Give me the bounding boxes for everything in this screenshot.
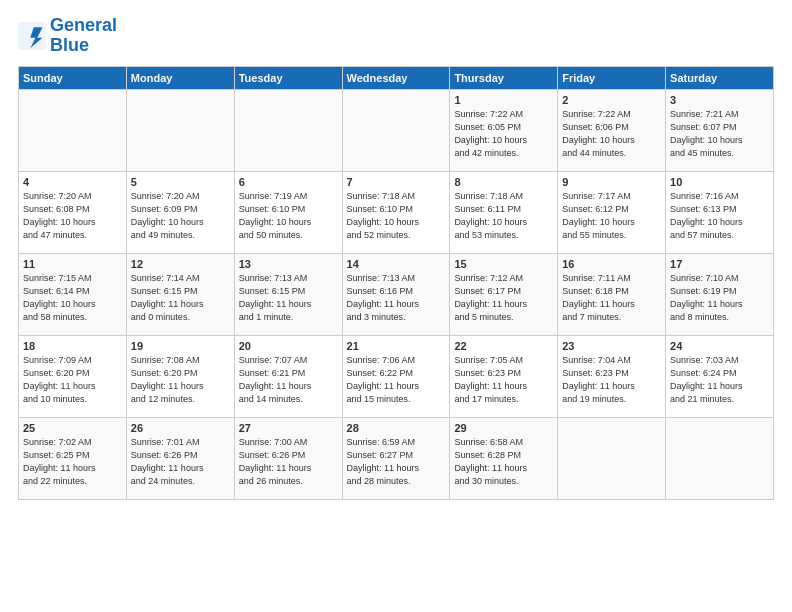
calendar-week-row: 11Sunrise: 7:15 AM Sunset: 6:14 PM Dayli… bbox=[19, 253, 774, 335]
calendar-cell: 4Sunrise: 7:20 AM Sunset: 6:08 PM Daylig… bbox=[19, 171, 127, 253]
calendar-cell: 12Sunrise: 7:14 AM Sunset: 6:15 PM Dayli… bbox=[126, 253, 234, 335]
weekday-header: Tuesday bbox=[234, 66, 342, 89]
calendar-cell: 7Sunrise: 7:18 AM Sunset: 6:10 PM Daylig… bbox=[342, 171, 450, 253]
day-info: Sunrise: 7:19 AM Sunset: 6:10 PM Dayligh… bbox=[239, 190, 338, 242]
day-number: 19 bbox=[131, 340, 230, 352]
day-info: Sunrise: 7:22 AM Sunset: 6:05 PM Dayligh… bbox=[454, 108, 553, 160]
day-info: Sunrise: 7:21 AM Sunset: 6:07 PM Dayligh… bbox=[670, 108, 769, 160]
day-number: 17 bbox=[670, 258, 769, 270]
calendar-cell bbox=[234, 89, 342, 171]
day-number: 6 bbox=[239, 176, 338, 188]
day-number: 27 bbox=[239, 422, 338, 434]
day-number: 8 bbox=[454, 176, 553, 188]
day-info: Sunrise: 7:14 AM Sunset: 6:15 PM Dayligh… bbox=[131, 272, 230, 324]
logo-text: General Blue bbox=[50, 16, 117, 56]
day-info: Sunrise: 7:04 AM Sunset: 6:23 PM Dayligh… bbox=[562, 354, 661, 406]
calendar-cell: 3Sunrise: 7:21 AM Sunset: 6:07 PM Daylig… bbox=[666, 89, 774, 171]
day-info: Sunrise: 7:03 AM Sunset: 6:24 PM Dayligh… bbox=[670, 354, 769, 406]
day-info: Sunrise: 7:06 AM Sunset: 6:22 PM Dayligh… bbox=[347, 354, 446, 406]
calendar-cell: 8Sunrise: 7:18 AM Sunset: 6:11 PM Daylig… bbox=[450, 171, 558, 253]
day-number: 18 bbox=[23, 340, 122, 352]
calendar-cell: 27Sunrise: 7:00 AM Sunset: 6:26 PM Dayli… bbox=[234, 417, 342, 499]
day-info: Sunrise: 7:18 AM Sunset: 6:10 PM Dayligh… bbox=[347, 190, 446, 242]
day-number: 29 bbox=[454, 422, 553, 434]
calendar-cell: 1Sunrise: 7:22 AM Sunset: 6:05 PM Daylig… bbox=[450, 89, 558, 171]
day-info: Sunrise: 7:12 AM Sunset: 6:17 PM Dayligh… bbox=[454, 272, 553, 324]
calendar-cell: 2Sunrise: 7:22 AM Sunset: 6:06 PM Daylig… bbox=[558, 89, 666, 171]
calendar-cell: 16Sunrise: 7:11 AM Sunset: 6:18 PM Dayli… bbox=[558, 253, 666, 335]
day-number: 10 bbox=[670, 176, 769, 188]
calendar-cell: 20Sunrise: 7:07 AM Sunset: 6:21 PM Dayli… bbox=[234, 335, 342, 417]
weekday-header: Friday bbox=[558, 66, 666, 89]
calendar-week-row: 25Sunrise: 7:02 AM Sunset: 6:25 PM Dayli… bbox=[19, 417, 774, 499]
day-info: Sunrise: 7:11 AM Sunset: 6:18 PM Dayligh… bbox=[562, 272, 661, 324]
day-info: Sunrise: 7:17 AM Sunset: 6:12 PM Dayligh… bbox=[562, 190, 661, 242]
day-number: 28 bbox=[347, 422, 446, 434]
weekday-header: Thursday bbox=[450, 66, 558, 89]
day-number: 9 bbox=[562, 176, 661, 188]
day-number: 24 bbox=[670, 340, 769, 352]
calendar-cell: 23Sunrise: 7:04 AM Sunset: 6:23 PM Dayli… bbox=[558, 335, 666, 417]
day-number: 11 bbox=[23, 258, 122, 270]
calendar-body: 1Sunrise: 7:22 AM Sunset: 6:05 PM Daylig… bbox=[19, 89, 774, 499]
weekday-header: Sunday bbox=[19, 66, 127, 89]
day-number: 12 bbox=[131, 258, 230, 270]
calendar-cell: 15Sunrise: 7:12 AM Sunset: 6:17 PM Dayli… bbox=[450, 253, 558, 335]
day-info: Sunrise: 7:16 AM Sunset: 6:13 PM Dayligh… bbox=[670, 190, 769, 242]
calendar-cell: 19Sunrise: 7:08 AM Sunset: 6:20 PM Dayli… bbox=[126, 335, 234, 417]
day-info: Sunrise: 7:05 AM Sunset: 6:23 PM Dayligh… bbox=[454, 354, 553, 406]
page-container: General Blue SundayMondayTuesdayWednesda… bbox=[0, 0, 792, 510]
logo: General Blue bbox=[18, 16, 117, 56]
day-number: 7 bbox=[347, 176, 446, 188]
calendar-cell: 29Sunrise: 6:58 AM Sunset: 6:28 PM Dayli… bbox=[450, 417, 558, 499]
day-info: Sunrise: 7:01 AM Sunset: 6:26 PM Dayligh… bbox=[131, 436, 230, 488]
day-number: 15 bbox=[454, 258, 553, 270]
day-number: 13 bbox=[239, 258, 338, 270]
calendar-cell: 13Sunrise: 7:13 AM Sunset: 6:15 PM Dayli… bbox=[234, 253, 342, 335]
day-info: Sunrise: 6:59 AM Sunset: 6:27 PM Dayligh… bbox=[347, 436, 446, 488]
day-info: Sunrise: 7:08 AM Sunset: 6:20 PM Dayligh… bbox=[131, 354, 230, 406]
calendar-table: SundayMondayTuesdayWednesdayThursdayFrid… bbox=[18, 66, 774, 500]
day-info: Sunrise: 7:20 AM Sunset: 6:09 PM Dayligh… bbox=[131, 190, 230, 242]
day-number: 20 bbox=[239, 340, 338, 352]
day-info: Sunrise: 7:20 AM Sunset: 6:08 PM Dayligh… bbox=[23, 190, 122, 242]
calendar-cell: 11Sunrise: 7:15 AM Sunset: 6:14 PM Dayli… bbox=[19, 253, 127, 335]
calendar-week-row: 4Sunrise: 7:20 AM Sunset: 6:08 PM Daylig… bbox=[19, 171, 774, 253]
day-info: Sunrise: 7:10 AM Sunset: 6:19 PM Dayligh… bbox=[670, 272, 769, 324]
calendar-cell: 18Sunrise: 7:09 AM Sunset: 6:20 PM Dayli… bbox=[19, 335, 127, 417]
calendar-cell: 24Sunrise: 7:03 AM Sunset: 6:24 PM Dayli… bbox=[666, 335, 774, 417]
calendar-cell: 17Sunrise: 7:10 AM Sunset: 6:19 PM Dayli… bbox=[666, 253, 774, 335]
calendar-cell: 26Sunrise: 7:01 AM Sunset: 6:26 PM Dayli… bbox=[126, 417, 234, 499]
day-number: 16 bbox=[562, 258, 661, 270]
day-info: Sunrise: 7:00 AM Sunset: 6:26 PM Dayligh… bbox=[239, 436, 338, 488]
day-info: Sunrise: 7:15 AM Sunset: 6:14 PM Dayligh… bbox=[23, 272, 122, 324]
calendar-cell: 9Sunrise: 7:17 AM Sunset: 6:12 PM Daylig… bbox=[558, 171, 666, 253]
day-info: Sunrise: 7:13 AM Sunset: 6:15 PM Dayligh… bbox=[239, 272, 338, 324]
day-number: 1 bbox=[454, 94, 553, 106]
calendar-cell: 14Sunrise: 7:13 AM Sunset: 6:16 PM Dayli… bbox=[342, 253, 450, 335]
weekday-header: Wednesday bbox=[342, 66, 450, 89]
header: General Blue bbox=[18, 16, 774, 56]
day-info: Sunrise: 7:13 AM Sunset: 6:16 PM Dayligh… bbox=[347, 272, 446, 324]
day-number: 5 bbox=[131, 176, 230, 188]
day-number: 2 bbox=[562, 94, 661, 106]
day-info: Sunrise: 7:09 AM Sunset: 6:20 PM Dayligh… bbox=[23, 354, 122, 406]
day-info: Sunrise: 7:02 AM Sunset: 6:25 PM Dayligh… bbox=[23, 436, 122, 488]
day-number: 25 bbox=[23, 422, 122, 434]
day-number: 23 bbox=[562, 340, 661, 352]
calendar-cell: 28Sunrise: 6:59 AM Sunset: 6:27 PM Dayli… bbox=[342, 417, 450, 499]
logo-icon bbox=[18, 22, 46, 50]
header-row: SundayMondayTuesdayWednesdayThursdayFrid… bbox=[19, 66, 774, 89]
calendar-week-row: 1Sunrise: 7:22 AM Sunset: 6:05 PM Daylig… bbox=[19, 89, 774, 171]
calendar-cell bbox=[19, 89, 127, 171]
calendar-cell: 21Sunrise: 7:06 AM Sunset: 6:22 PM Dayli… bbox=[342, 335, 450, 417]
calendar-header: SundayMondayTuesdayWednesdayThursdayFrid… bbox=[19, 66, 774, 89]
day-info: Sunrise: 6:58 AM Sunset: 6:28 PM Dayligh… bbox=[454, 436, 553, 488]
calendar-cell bbox=[342, 89, 450, 171]
day-number: 3 bbox=[670, 94, 769, 106]
calendar-cell: 22Sunrise: 7:05 AM Sunset: 6:23 PM Dayli… bbox=[450, 335, 558, 417]
day-number: 21 bbox=[347, 340, 446, 352]
weekday-header: Saturday bbox=[666, 66, 774, 89]
calendar-cell: 10Sunrise: 7:16 AM Sunset: 6:13 PM Dayli… bbox=[666, 171, 774, 253]
calendar-cell bbox=[558, 417, 666, 499]
